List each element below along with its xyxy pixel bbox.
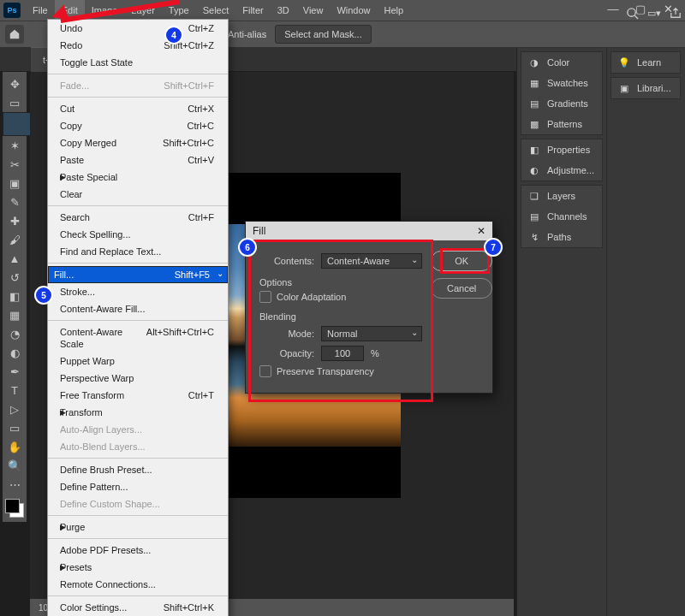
menu-item-copy[interactable]: CopyCtrl+C <box>48 117 228 134</box>
eraser-tool[interactable]: ◧ <box>3 287 27 305</box>
menu-item-free-transform[interactable]: Free TransformCtrl+T <box>48 387 228 404</box>
blur-tool[interactable]: ◔ <box>3 324 27 343</box>
type-tool[interactable]: T <box>3 381 27 400</box>
menu-item-auto-blend-layers-: Auto-Blend Layers... <box>48 438 228 455</box>
share-icon[interactable] <box>670 7 682 19</box>
panel-adjustments[interactable]: ◐Adjustme... <box>521 160 602 181</box>
menu-item-purge[interactable]: Purge▶ <box>48 518 228 536</box>
step-badge-5: 5 <box>34 286 53 305</box>
more-tools[interactable]: ⋯ <box>3 475 27 494</box>
menu-view[interactable]: View <box>296 0 331 21</box>
menu-item-define-brush-preset-[interactable]: Define Brush Preset... <box>48 461 228 478</box>
fill-dialog-title: Fill <box>253 225 265 237</box>
menu-item-cut[interactable]: CutCtrl+X <box>48 100 228 117</box>
gradients-icon: ▤ <box>528 98 540 110</box>
history-brush-tool[interactable]: ↺ <box>3 268 27 287</box>
menu-item-clear[interactable]: Clear <box>48 186 228 203</box>
color-icon: ◑ <box>528 56 540 68</box>
preserve-transparency-checkbox[interactable]: Preserve Transparency <box>259 365 422 377</box>
move-tool[interactable]: ✥ <box>3 74 27 93</box>
menu-item-auto-align-layers-: Auto-Align Layers... <box>48 421 228 438</box>
contents-select[interactable]: Content-Aware <box>321 253 422 269</box>
panel-properties[interactable]: ◧Properties <box>521 139 602 160</box>
menu-item-redo[interactable]: RedoShift+Ctrl+Z <box>48 37 228 54</box>
menu-item-transform[interactable]: Transform▶ <box>48 404 228 421</box>
panel-paths[interactable]: ↯Paths <box>521 227 602 247</box>
blending-label: Blending <box>259 311 422 322</box>
panels-column: ◑Color ▦Swatches ▤Gradients ▩Patterns ◧P… <box>516 48 685 616</box>
mode-select[interactable]: Normal <box>321 326 422 341</box>
menu-item-undo[interactable]: UndoCtrl+Z <box>48 20 228 37</box>
libraries-icon: ▣ <box>618 82 630 94</box>
heal-tool[interactable]: ✚ <box>3 211 27 230</box>
panel-channels[interactable]: ▤Channels <box>521 206 602 227</box>
menu-select[interactable]: Select <box>196 0 236 21</box>
opacity-label: Opacity: <box>258 348 314 358</box>
crop-tool[interactable]: ✂ <box>3 155 27 174</box>
search-icon[interactable] <box>626 7 639 20</box>
menu-item-content-aware-fill-[interactable]: Content-Aware Fill... <box>48 300 228 317</box>
menu-item-stroke-[interactable]: Stroke... <box>48 283 228 300</box>
home-icon[interactable] <box>5 25 24 44</box>
dodge-tool[interactable]: ◐ <box>3 343 27 362</box>
menu-3d[interactable]: 3D <box>271 0 296 21</box>
wand-tool[interactable]: ✶ <box>3 136 27 155</box>
menu-item-fade-: Fade...Shift+Ctrl+F <box>48 77 228 94</box>
panel-swatches[interactable]: ▦Swatches <box>521 73 602 93</box>
menu-item-adobe-pdf-presets-[interactable]: Adobe PDF Presets... <box>48 542 228 559</box>
frame-tool[interactable]: ▣ <box>3 174 27 192</box>
cancel-button[interactable]: Cancel <box>431 278 492 299</box>
shape-tool[interactable]: ▭ <box>3 418 27 437</box>
menu-item-paste[interactable]: PasteCtrl+V <box>48 151 228 169</box>
fill-dialog: Fill ✕ Contents: Content-Aware Options C… <box>245 221 493 394</box>
menu-item-define-pattern-[interactable]: Define Pattern... <box>48 478 228 495</box>
zoom-tool[interactable]: 🔍 <box>3 456 27 475</box>
menu-item-copy-merged[interactable]: Copy MergedShift+Ctrl+C <box>48 134 228 151</box>
swatches-icon: ▦ <box>528 77 540 89</box>
panel-learn[interactable]: 💡Learn <box>611 52 680 73</box>
stamp-tool[interactable]: ▲ <box>3 249 27 268</box>
opacity-input[interactable]: 100 <box>321 346 364 361</box>
pen-tool[interactable]: ✒ <box>3 362 27 381</box>
svg-point-0 <box>628 8 635 15</box>
contents-label: Contents: <box>258 256 314 266</box>
panel-layers[interactable]: ❏Layers <box>521 186 602 206</box>
menu-item-remote-connections-[interactable]: Remote Connections... <box>48 576 228 593</box>
marquee-tool[interactable]: ▭ <box>3 93 27 112</box>
path-tool[interactable]: ▷ <box>3 400 27 418</box>
step-badge-7: 7 <box>484 238 503 257</box>
layers-icon: ❏ <box>528 190 540 202</box>
panel-patterns[interactable]: ▩Patterns <box>521 114 602 134</box>
properties-icon: ◧ <box>528 144 540 156</box>
menu-filter[interactable]: Filter <box>235 0 270 21</box>
step-badge-6: 6 <box>238 238 257 257</box>
menu-item-check-spelling-[interactable]: Check Spelling... <box>48 226 228 243</box>
panel-libraries[interactable]: ▣Librari... <box>611 78 680 98</box>
color-adaptation-checkbox[interactable]: Color Adaptation <box>259 291 422 303</box>
gradient-tool[interactable]: ▦ <box>3 305 27 324</box>
close-icon[interactable]: ✕ <box>477 225 485 237</box>
menu-help[interactable]: Help <box>378 0 411 21</box>
menu-item-puppet-warp[interactable]: Puppet Warp <box>48 352 228 370</box>
hand-tool[interactable]: ✋ <box>3 437 27 456</box>
ok-button[interactable]: OK <box>431 251 492 271</box>
menu-item-fill-[interactable]: Fill...Shift+F5 <box>48 266 228 283</box>
brush-tool[interactable]: 🖌 <box>3 230 27 249</box>
paths-icon: ↯ <box>528 231 540 243</box>
workspace-icon[interactable]: ▭▾ <box>647 8 661 19</box>
eyedropper-tool[interactable]: ✎ <box>3 192 27 211</box>
menu-item-toggle-last-state[interactable]: Toggle Last State <box>48 54 228 71</box>
panel-gradients[interactable]: ▤Gradients <box>521 93 602 114</box>
menu-item-color-settings-[interactable]: Color Settings...Shift+Ctrl+K <box>48 599 228 616</box>
menu-item-paste-special[interactable]: Paste Special▶ <box>48 169 228 186</box>
menu-item-presets[interactable]: Presets▶ <box>48 559 228 576</box>
menu-item-content-aware-scale[interactable]: Content-Aware ScaleAlt+Shift+Ctrl+C <box>48 323 228 352</box>
color-swatch[interactable] <box>5 499 24 518</box>
menu-item-search[interactable]: SearchCtrl+F <box>48 209 228 226</box>
menu-window[interactable]: Window <box>330 0 377 21</box>
menu-item-find-and-replace-text-[interactable]: Find and Replace Text... <box>48 243 228 260</box>
window-minimize[interactable]: — <box>599 0 627 21</box>
select-and-mask-button[interactable]: Select and Mask... <box>275 25 372 44</box>
menu-item-perspective-warp[interactable]: Perspective Warp <box>48 370 228 387</box>
panel-color[interactable]: ◑Color <box>521 52 602 73</box>
